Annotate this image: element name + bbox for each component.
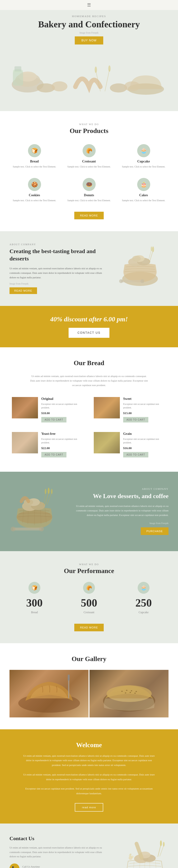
- bread-original-price: $18.00: [41, 411, 84, 415]
- svg-point-53: [131, 690, 132, 691]
- bread-card-original: Original Excepteur sint occaecat cupidat…: [9, 395, 86, 425]
- performance-grid: 🍞 300 Bread 🥐 500 Croissant 🧁 250 Cupcak…: [9, 582, 169, 614]
- product-cupcake[interactable]: 🧁 Cupcake Sample text. Click to select t…: [119, 142, 169, 171]
- basket-illustration-svg: [116, 243, 164, 291]
- product-cookies[interactable]: 🍪 Cookies Sample text. Click to select t…: [9, 176, 59, 205]
- bread-card-yeastfree: Yeast-free Excepteur sint occaecat cupid…: [9, 430, 86, 460]
- svg-point-70: [163, 842, 165, 846]
- svg-point-68: [160, 840, 162, 846]
- bread-yeastfree-price: $22.00: [41, 446, 84, 450]
- bread-original-title: Original: [41, 397, 84, 401]
- perf-bread: 🍞 300 Bread: [9, 582, 59, 614]
- svg-point-25: [119, 279, 123, 283]
- contact-title: Contact Us: [9, 835, 109, 842]
- welcome-section: Welcome Ut enim ad minim veniam, quis no…: [0, 729, 178, 824]
- bread-original-info: Original Excepteur sint occaecat cupidat…: [41, 397, 84, 423]
- cakes-desc: Sample text. Click to select the Text El…: [121, 198, 166, 202]
- welove-text: Ut enim ad minim veniam, quis nostrud ex…: [69, 504, 169, 517]
- buy-now-button[interactable]: BUY NOW: [75, 36, 103, 44]
- svg-line-67: [158, 844, 161, 857]
- product-cakes[interactable]: 🎂 Cakes Sample text. Click to select the…: [119, 176, 169, 205]
- bread-original-desc: Excepteur sint occaecat cupidatat non pr…: [41, 402, 84, 409]
- bread-icon: 🍞: [28, 144, 41, 157]
- welcome-read-more-button[interactable]: read more: [75, 803, 103, 812]
- bread-sweet-info: Sweet Excepteur sint occaecat cupidatat …: [123, 397, 166, 423]
- phone-icon[interactable]: 📞: [9, 864, 20, 868]
- perf-cupcake-number: 250: [119, 597, 169, 609]
- svg-point-74: [130, 854, 132, 856]
- cupcake-name: Cupcake: [121, 160, 166, 163]
- svg-line-13: [105, 70, 109, 91]
- product-bread[interactable]: 🍞 Bread Sample text. Click to select the…: [9, 142, 59, 171]
- svg-point-19: [132, 256, 141, 261]
- discount-title: 40% discount after 6.00 pm!: [9, 315, 169, 323]
- bread-desc: Sample text. Click to select the Text El…: [12, 165, 57, 168]
- bread-sweet-price: $15.00: [123, 411, 166, 415]
- perf-croissant: 🥐 500 Croissant: [64, 582, 114, 614]
- welcome-text1: Ut enim ad minim veniam, quis nostrud ex…: [23, 753, 155, 768]
- about-left: about company Creating the best-tasting …: [9, 243, 109, 294]
- about-section: about company Creating the best-tasting …: [0, 231, 178, 306]
- performance-read-more-button[interactable]: Read More: [74, 624, 104, 631]
- bread-sweet-title: Sweet: [123, 397, 166, 401]
- hero-bread-svg: [9, 52, 169, 99]
- contact-us-button[interactable]: CONTACT US: [69, 328, 110, 338]
- contact-right: [116, 835, 169, 868]
- donuts-icon: 🍩: [82, 178, 96, 191]
- gallery-title: Our Gallery: [9, 655, 169, 663]
- phone-info: Call Us Anytime 123-456-789: [22, 865, 41, 868]
- gallery-bread-svg-1: [11, 670, 87, 717]
- svg-rect-48: [68, 675, 70, 681]
- perf-bread-label: Bread: [9, 611, 59, 614]
- cookies-name: Cookies: [12, 193, 57, 197]
- bread-yeastfree-info: Yeast-free Excepteur sint occaecat cupid…: [41, 432, 84, 458]
- hero-subtitle: Homemade recipes: [9, 15, 169, 18]
- hero-title: Bakery and Confectionery: [9, 19, 169, 30]
- welove-section: about company We Love desserts, and coff…: [0, 472, 178, 551]
- svg-point-10: [124, 81, 140, 91]
- hero-section: Homemade recipes Bakery and Confectioner…: [0, 10, 178, 111]
- gallery-header: Our Gallery: [9, 655, 169, 663]
- contact-illustration-svg: [121, 835, 169, 868]
- bread-section-desc: Ut enim ad minim veniam, quis nostrud ex…: [30, 374, 148, 387]
- svg-rect-3: [13, 71, 23, 86]
- cakes-icon: 🎂: [137, 178, 150, 191]
- about-read-more-button[interactable]: Read More: [9, 287, 37, 294]
- cookies-icon: 🍪: [28, 178, 41, 191]
- gallery-section: Our Gallery: [0, 643, 178, 729]
- perf-croissant-number: 500: [64, 597, 114, 609]
- welcome-text2: Ut enim ad minim veniam, quis nostrud ex…: [23, 772, 155, 782]
- svg-point-73: [131, 856, 134, 858]
- about-title: Creating the best-tasting bread and dess…: [9, 248, 109, 262]
- bread-name: Bread: [12, 160, 57, 163]
- bread-grain-info: Grain Excepteur sint occaecat cupidatat …: [123, 432, 166, 458]
- croissant-icon: 🥐: [82, 144, 96, 157]
- bread-card-grain: Grain Excepteur sint occaecat cupidatat …: [92, 430, 169, 460]
- bread-grain-add-to-cart-button[interactable]: ADD TO CART: [123, 452, 148, 458]
- about-right: [116, 243, 169, 291]
- welove-purchase-button[interactable]: PURCHASE: [141, 527, 169, 535]
- bread-yeastfree-desc: Excepteur sint occaecat cupidatat non pr…: [41, 437, 84, 444]
- product-croissant[interactable]: 🥐 Croissant Sample text. Click to select…: [64, 142, 114, 171]
- svg-point-42: [45, 489, 46, 494]
- bread-yeastfree-add-to-cart-button[interactable]: ADD TO CART: [41, 452, 66, 458]
- svg-rect-43: [13, 528, 41, 530]
- cakes-name: Cakes: [121, 193, 166, 197]
- svg-point-44: [11, 527, 15, 531]
- svg-point-21: [152, 246, 154, 252]
- welcome-title: Welcome: [14, 741, 164, 749]
- discount-section: 40% discount after 6.00 pm! CONTACT US: [0, 306, 178, 347]
- cookies-desc: Sample text. Click to select the Text El…: [12, 198, 57, 202]
- product-donuts[interactable]: 🍩 Donuts Sample text. Click to select th…: [64, 176, 114, 205]
- bread-sweet-add-to-cart-button[interactable]: ADD TO CART: [123, 417, 148, 423]
- products-read-more-button[interactable]: Read More: [74, 212, 104, 219]
- svg-line-58: [133, 861, 134, 868]
- hamburger-icon[interactable]: ☰: [87, 3, 91, 7]
- perf-bread-icon: 🍞: [29, 582, 40, 594]
- bread-yeastfree-title: Yeast-free: [41, 432, 84, 436]
- bread-grain-img: [94, 432, 120, 454]
- bread-original-add-to-cart-button[interactable]: ADD TO CART: [41, 417, 66, 423]
- svg-point-56: [130, 692, 131, 693]
- bread-card-sweet: Sweet Excepteur sint occaecat cupidatat …: [92, 395, 169, 425]
- gallery-img-2: [90, 670, 169, 717]
